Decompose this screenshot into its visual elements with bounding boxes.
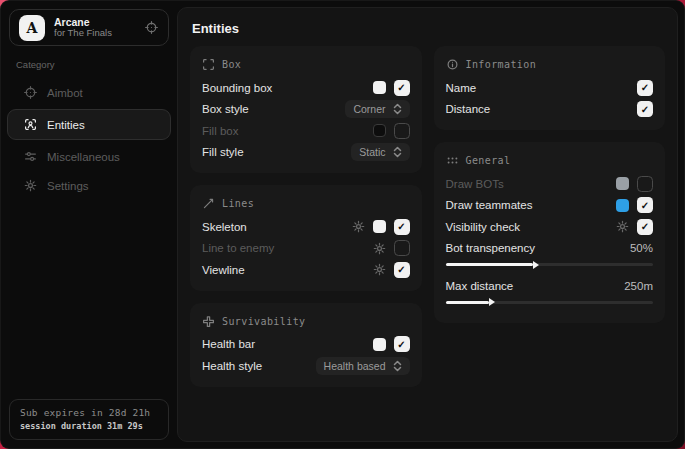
row-fill-box: Fill box <box>202 120 410 142</box>
checkbox[interactable]: ✓ <box>637 197 653 213</box>
row-label: Max distance <box>446 280 514 292</box>
bot-transparency-slider[interactable] <box>446 263 654 266</box>
checkbox[interactable]: ✓ <box>394 262 410 278</box>
sidebar-item-label: Aimbot <box>47 87 83 99</box>
sidebar: A Arcane for The Finals Category Aimbot … <box>1 1 177 448</box>
gear-icon[interactable] <box>352 220 365 233</box>
sub-expiry-text: Sub expires in 28d 21h <box>20 407 158 418</box>
box-corners-icon <box>202 58 215 71</box>
brand-subtitle: for The Finals <box>54 28 136 39</box>
row-label: Bot transpenency <box>446 242 536 254</box>
row-label: Viewline <box>202 264 245 276</box>
sidebar-item-miscellaneous[interactable]: Miscellaneous <box>8 142 170 171</box>
row-label: Bounding box <box>202 82 272 94</box>
section-information: Information Name ✓ Distance ✓ <box>434 46 666 130</box>
sidebar-item-settings[interactable]: Settings <box>8 171 170 200</box>
unfold-icon <box>393 360 402 371</box>
row-label: Draw teammates <box>446 199 533 211</box>
checkbox[interactable] <box>394 240 410 256</box>
row-label: Fill box <box>202 125 238 137</box>
checkbox[interactable] <box>637 176 653 192</box>
row-health-style: Health style Health based <box>202 355 410 377</box>
fill-style-dropdown[interactable]: Static <box>351 143 409 161</box>
page-title: Entities <box>178 8 677 46</box>
row-label: Draw BOTs <box>446 178 504 190</box>
health-style-dropdown[interactable]: Health based <box>316 357 410 375</box>
slider-fill <box>446 263 533 266</box>
section-lines: Lines Skeleton ✓ Line to enemy <box>190 185 422 291</box>
row-label: Box style <box>202 103 249 115</box>
section-title: Information <box>466 59 537 70</box>
slider-fill <box>446 301 490 304</box>
row-label: Visibility check <box>446 221 521 233</box>
slider-value: 250m <box>624 280 653 292</box>
checkbox[interactable]: ✓ <box>637 101 653 117</box>
checkbox[interactable]: ✓ <box>394 336 410 352</box>
row-line-to-enemy: Line to enemy <box>202 238 410 260</box>
dropdown-value: Static <box>359 146 385 158</box>
gear-icon[interactable] <box>373 263 386 276</box>
diagonal-line-icon <box>202 197 215 210</box>
checkbox[interactable]: ✓ <box>637 219 653 235</box>
unfold-icon <box>393 104 402 115</box>
section-survivability: Survivability Health bar ✓ Health style … <box>190 303 422 387</box>
sidebar-item-aimbot[interactable]: Aimbot <box>8 78 170 107</box>
section-title: General <box>466 155 511 166</box>
section-box: Box Bounding box ✓ Box style Corner <box>190 46 422 173</box>
row-label: Distance <box>446 103 491 115</box>
dropdown-value: Health based <box>324 360 386 372</box>
avatar: A <box>19 15 45 41</box>
row-box-style: Box style Corner <box>202 99 410 121</box>
sidebar-item-label: Miscellaneous <box>47 151 120 163</box>
row-distance: Distance ✓ <box>446 99 654 121</box>
info-icon <box>446 58 459 71</box>
row-viewline: Viewline ✓ <box>202 259 410 281</box>
row-label: Fill style <box>202 146 244 158</box>
row-visibility-check: Visibility check ✓ <box>446 216 654 238</box>
row-label: Health style <box>202 360 262 372</box>
row-bot-transparency: Bot transpenency 50% <box>446 238 654 260</box>
section-general: General Draw BOTs Draw teammates ✓ <box>434 142 666 323</box>
category-label: Category <box>16 59 177 70</box>
crosshair-icon[interactable] <box>145 21 159 35</box>
row-label: Name <box>446 82 477 94</box>
checkbox[interactable]: ✓ <box>394 80 410 96</box>
row-bounding-box: Bounding box ✓ <box>202 77 410 99</box>
row-draw-bots: Draw BOTs <box>446 173 654 195</box>
entities-scan-icon <box>23 118 37 132</box>
sidebar-item-entities[interactable]: Entities <box>7 109 171 140</box>
sliders-icon <box>23 150 37 164</box>
checkbox[interactable] <box>394 123 410 139</box>
dropdown-value: Corner <box>353 103 385 115</box>
checkbox[interactable]: ✓ <box>637 80 653 96</box>
crosshair-icon <box>23 86 37 100</box>
color-swatch[interactable] <box>373 220 386 233</box>
section-title: Box <box>222 59 241 70</box>
gear-icon <box>23 179 37 193</box>
row-max-distance: Max distance 250m <box>446 275 654 297</box>
color-swatch[interactable] <box>373 81 386 94</box>
color-swatch[interactable] <box>616 199 629 212</box>
sidebar-nav: Aimbot Entities Miscellaneous Settings <box>1 74 177 204</box>
session-duration-text: session duration 31m 29s <box>20 421 158 431</box>
color-swatch[interactable] <box>373 124 386 137</box>
color-swatch[interactable] <box>373 338 386 351</box>
row-fill-style: Fill style Static <box>202 142 410 164</box>
subscription-card: Sub expires in 28d 21h session duration … <box>9 399 169 440</box>
max-distance-slider[interactable] <box>446 301 654 304</box>
gear-icon[interactable] <box>616 220 629 233</box>
app-window: A Arcane for The Finals Category Aimbot … <box>0 0 685 449</box>
sidebar-item-label: Entities <box>47 119 85 131</box>
color-swatch[interactable] <box>616 177 629 190</box>
box-style-dropdown[interactable]: Corner <box>345 100 409 118</box>
row-health-bar: Health bar ✓ <box>202 334 410 356</box>
unfold-icon <box>393 147 402 158</box>
gear-icon[interactable] <box>373 242 386 255</box>
row-label: Health bar <box>202 338 255 350</box>
row-label: Skeleton <box>202 221 247 233</box>
brand-card: A Arcane for The Finals <box>9 9 169 46</box>
sidebar-item-label: Settings <box>47 180 89 192</box>
section-title: Survivability <box>222 316 305 327</box>
checkbox[interactable]: ✓ <box>394 219 410 235</box>
row-draw-teammates: Draw teammates ✓ <box>446 195 654 217</box>
